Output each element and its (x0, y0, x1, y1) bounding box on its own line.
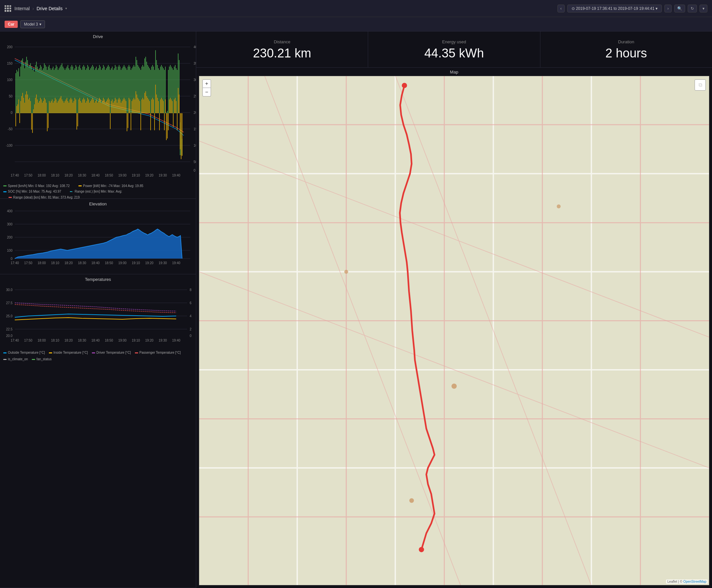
svg-rect-235 (43, 101, 44, 113)
svg-text:50: 50 (9, 94, 13, 98)
svg-rect-271 (79, 100, 79, 113)
map-title: Map (196, 68, 712, 76)
svg-rect-281 (88, 100, 89, 113)
svg-text:19:30: 19:30 (159, 339, 167, 342)
refresh-button[interactable]: ↻ (688, 5, 697, 13)
svg-text:50: 50 (194, 160, 196, 164)
model-select-button[interactable]: Model 3 ▾ (20, 20, 45, 28)
model-label: Model 3 (24, 22, 38, 26)
svg-text:0: 0 (190, 334, 192, 338)
svg-rect-339 (145, 91, 146, 113)
svg-text:400: 400 (7, 209, 13, 213)
drive-chart-title: Drive (0, 31, 196, 40)
car-tag-button[interactable]: Car (5, 21, 18, 28)
duration-card: Duration 2 hours (540, 31, 712, 67)
zoom-out-button[interactable]: − (203, 88, 211, 97)
svg-rect-298 (105, 103, 106, 113)
nav-next-button[interactable]: › (665, 5, 672, 13)
datetime-range[interactable]: ⊙ 2019-07-19 17:36:41 to 2019-07-19 19:4… (567, 5, 662, 13)
svg-rect-178 (154, 70, 155, 113)
svg-rect-329 (135, 91, 136, 113)
svg-rect-255 (63, 101, 63, 113)
duration-label: Duration (618, 39, 634, 44)
svg-text:0: 0 (11, 257, 13, 260)
svg-rect-244 (52, 100, 53, 113)
breadcrumb: Internal › Drive Details ▾ (15, 6, 67, 11)
svg-rect-231 (39, 101, 40, 113)
svg-rect-274 (81, 103, 82, 113)
svg-rect-217 (25, 94, 26, 113)
svg-rect-429 (199, 76, 709, 585)
energy-label: Energy used (442, 39, 466, 44)
svg-rect-41 (19, 77, 20, 113)
svg-text:2: 2 (190, 328, 192, 331)
breadcrumb-home[interactable]: Internal (15, 6, 30, 11)
left-panel: Drive 200 150 100 50 0 -50 -100 (0, 31, 196, 588)
duration-value: 2 hours (605, 47, 647, 59)
svg-rect-99 (77, 67, 77, 113)
nav-prev-button[interactable]: ‹ (558, 5, 565, 13)
svg-rect-297 (104, 100, 105, 113)
svg-rect-222 (30, 101, 31, 113)
svg-rect-249 (57, 103, 58, 113)
svg-text:18:30: 18:30 (78, 261, 86, 265)
svg-rect-373 (179, 94, 180, 113)
svg-text:18:10: 18:10 (51, 173, 59, 177)
svg-rect-55 (33, 68, 34, 113)
svg-text:19:30: 19:30 (159, 173, 167, 177)
map-section: Map (196, 68, 712, 588)
svg-rect-360 (166, 113, 167, 140)
svg-text:350: 350 (194, 62, 196, 65)
svg-rect-232 (40, 98, 41, 113)
stats-row: Distance 230.21 km Energy used 44.35 kWh… (196, 31, 712, 68)
svg-rect-208 (16, 106, 17, 113)
svg-rect-174 (150, 70, 151, 113)
svg-rect-282 (89, 103, 90, 113)
svg-rect-314 (121, 103, 121, 113)
svg-rect-164 (141, 70, 141, 113)
svg-rect-357 (163, 101, 164, 113)
svg-point-456 (419, 547, 424, 552)
svg-rect-345 (151, 100, 152, 113)
right-panel: Distance 230.21 km Energy used 44.35 kWh… (196, 31, 712, 588)
svg-rect-372 (178, 88, 179, 113)
svg-rect-211 (19, 113, 20, 123)
map-layer-button[interactable]: ⧉ (695, 79, 706, 90)
svg-rect-311 (118, 100, 119, 113)
svg-text:18:30: 18:30 (78, 339, 86, 342)
svg-text:19:00: 19:00 (118, 261, 126, 265)
svg-rect-273 (80, 101, 81, 113)
svg-text:25.0: 25.0 (6, 314, 13, 318)
svg-rect-209 (17, 104, 18, 113)
svg-rect-265 (72, 103, 73, 113)
search-icon: 🔍 (677, 6, 682, 11)
svg-rect-317 (124, 98, 124, 113)
svg-text:19:30: 19:30 (159, 261, 167, 265)
search-button[interactable]: 🔍 (674, 5, 685, 13)
breadcrumb-sep: › (33, 6, 34, 11)
svg-rect-252 (60, 98, 60, 113)
attribution-text: Leaflet | © (667, 580, 683, 583)
svg-rect-347 (153, 100, 154, 113)
svg-text:200: 200 (7, 45, 13, 49)
svg-rect-367 (173, 113, 173, 127)
svg-rect-254 (62, 100, 62, 113)
svg-text:18:30: 18:30 (78, 173, 86, 177)
svg-rect-240 (48, 113, 48, 128)
svg-rect-310 (117, 103, 118, 113)
svg-rect-70 (48, 67, 48, 113)
svg-text:400: 400 (194, 45, 196, 49)
svg-rect-302 (109, 100, 110, 113)
svg-text:19:10: 19:10 (131, 173, 140, 177)
svg-text:18:40: 18:40 (91, 173, 100, 177)
svg-rect-364 (170, 98, 171, 113)
svg-rect-221 (29, 98, 30, 113)
more-button[interactable]: ▾ (699, 5, 707, 13)
svg-rect-270 (78, 113, 78, 126)
svg-text:18:20: 18:20 (64, 173, 72, 177)
breadcrumb-dropdown-icon[interactable]: ▾ (65, 6, 67, 10)
svg-text:17:50: 17:50 (24, 173, 32, 177)
openstreetmap-link[interactable]: OpenStreetMap (683, 580, 707, 583)
svg-text:100: 100 (7, 249, 13, 252)
zoom-in-button[interactable]: + (203, 79, 211, 88)
